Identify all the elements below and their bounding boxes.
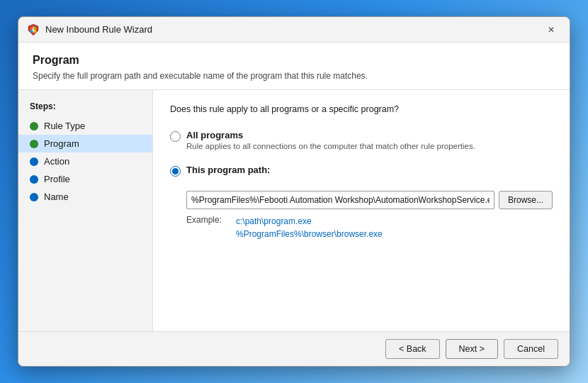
page-title: Program [33, 54, 555, 67]
program-path-row: Browse... [186, 191, 553, 209]
question-text: Does this rule apply to all programs or … [170, 104, 553, 114]
step-dot-action [30, 157, 38, 166]
svg-rect-6 [30, 30, 33, 33]
browse-button[interactable]: Browse... [499, 191, 553, 209]
content-panel: Does this rule apply to all programs or … [153, 90, 570, 331]
this-program-radio[interactable] [170, 166, 181, 177]
title-bar: New Inbound Rule Wizard ✕ [18, 17, 570, 43]
dialog-body: Steps: Rule Type Program Action Profile … [18, 90, 570, 331]
this-program-label: This program path: [186, 165, 270, 175]
example-value: c:\path\program.exe %ProgramFiles%\brows… [236, 215, 383, 240]
all-programs-sublabel: Rule applies to all connections on the c… [186, 142, 475, 150]
dialog-footer: < Back Next > Cancel [18, 331, 570, 366]
step-dot-profile [30, 175, 38, 184]
cancel-button[interactable]: Cancel [504, 339, 558, 359]
window-icon [27, 23, 40, 36]
program-path-input[interactable] [186, 191, 494, 209]
back-button[interactable]: < Back [385, 339, 440, 359]
next-button[interactable]: Next > [446, 339, 498, 359]
step-label-rule-type: Rule Type [44, 121, 85, 131]
steps-label: Steps: [18, 101, 152, 117]
title-bar-text: New Inbound Rule Wizard [45, 24, 541, 35]
step-name[interactable]: Name [18, 188, 152, 206]
step-label-name: Name [44, 192, 69, 202]
step-profile[interactable]: Profile [18, 170, 152, 188]
svg-rect-4 [30, 27, 33, 30]
step-label-profile: Profile [44, 174, 70, 184]
step-action[interactable]: Action [18, 152, 152, 170]
step-program[interactable]: Program [18, 135, 152, 152]
example-label: Example: [186, 215, 236, 240]
step-dot-name [30, 193, 38, 201]
svg-rect-7 [34, 30, 37, 33]
dialog-window: New Inbound Rule Wizard ✕ Program Specif… [18, 16, 570, 367]
step-label-action: Action [44, 156, 69, 167]
step-label-program: Program [44, 138, 79, 149]
all-programs-label: All programs [186, 130, 243, 140]
steps-panel: Steps: Rule Type Program Action Profile … [18, 90, 153, 331]
this-program-option: This program path: [170, 165, 553, 177]
page-description: Specify the full program path and execut… [33, 71, 555, 81]
all-programs-option: All programs Rule applies to all connect… [170, 130, 553, 150]
example-line2: %ProgramFiles%\browser\browser.exe [236, 228, 383, 240]
step-dot-program [30, 140, 38, 148]
all-programs-radio[interactable] [170, 131, 181, 142]
example-row: Example: c:\path\program.exe %ProgramFil… [186, 215, 553, 240]
svg-rect-5 [34, 27, 37, 30]
step-rule-type[interactable]: Rule Type [18, 117, 152, 135]
dialog-header: Program Specify the full program path an… [18, 43, 570, 90]
example-line1: c:\path\program.exe [236, 215, 383, 228]
step-dot-rule-type [30, 122, 38, 131]
close-button[interactable]: ✕ [541, 22, 561, 38]
